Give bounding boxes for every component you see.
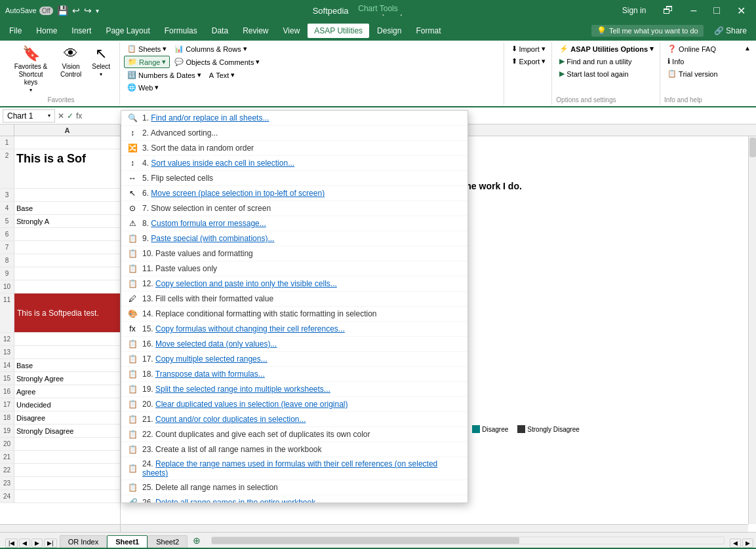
vision-control-button[interactable]: 👁 VisionControl [56, 43, 85, 81]
cell-8a[interactable] [14, 254, 120, 267]
columns-rows-button[interactable]: 📊 Columns & Rows ▾ [171, 43, 250, 54]
find-run-utility-button[interactable]: ▶ Find and run a utility [556, 56, 657, 67]
cell-20a[interactable] [14, 438, 120, 450]
menu-insert[interactable]: Insert [65, 24, 98, 38]
export-button[interactable]: ⬆ Export ▾ [508, 56, 549, 67]
dropdown-item[interactable]: 📋23. Create a list of all range names in… [121, 442, 468, 457]
dropdown-item[interactable]: ↖6. Move screen (place selection in top-… [121, 186, 468, 201]
close-button[interactable]: ✕ [732, 3, 751, 18]
cell-19a[interactable]: Strongly Disagree [14, 425, 120, 437]
tab-sheet2[interactable]: Sheet2 [148, 535, 188, 548]
cell-4a[interactable]: Base [14, 202, 120, 214]
autosave-toggle[interactable]: Off [39, 7, 53, 15]
cell-16a[interactable]: Agree [14, 385, 120, 398]
cell-3a[interactable] [14, 189, 120, 201]
save-icon[interactable]: 💾 [57, 5, 68, 16]
tab-scrollbar[interactable] [211, 537, 725, 544]
cell-17a[interactable]: Undecided [14, 398, 120, 411]
info-button[interactable]: ℹ Info [664, 56, 738, 67]
undo-icon[interactable]: ↩ [72, 5, 80, 16]
menu-data[interactable]: Data [205, 24, 235, 38]
dropdown-item[interactable]: fx15. Copy formulas without changing the… [121, 322, 468, 337]
cell-merged-text[interactable]: This is a Softpedia test. [14, 293, 120, 332]
dropdown-item[interactable]: 🖊13. Fill cells with their formatted val… [121, 292, 468, 307]
v-scrollbar[interactable] [748, 136, 756, 524]
cell-12a[interactable] [14, 333, 120, 345]
dropdown-item[interactable]: 📋9. Paste special (with combinations)... [121, 231, 468, 246]
maximize-button[interactable]: □ [708, 3, 725, 18]
dropdown-item[interactable]: 🎨14. Replace conditional formatting with… [121, 307, 468, 322]
chevron-up-icon[interactable]: ▲ [744, 45, 751, 52]
minimize-button[interactable]: – [685, 3, 702, 18]
menu-file[interactable]: File [3, 24, 28, 38]
tell-me-search[interactable]: 💡 Tell me what you want to do [591, 25, 704, 37]
online-faq-button[interactable]: ❓ Online FAQ [664, 43, 738, 54]
cell-15a[interactable]: Strongly Agree [14, 372, 120, 385]
restore-button[interactable]: 🗗 [658, 3, 679, 18]
h-scrollbar[interactable] [0, 524, 120, 532]
menu-format[interactable]: Format [409, 24, 447, 38]
cell-24a[interactable] [14, 490, 120, 502]
add-sheet-button[interactable]: ⊕ [188, 533, 206, 548]
tab-sheet1[interactable]: Sheet1 [107, 535, 148, 548]
dropdown-item[interactable]: ↕4. Sort values inside each cell in sele… [121, 156, 468, 171]
tab-first-button[interactable]: |◀ [5, 539, 18, 548]
dropdown-item[interactable]: 📋22. Count duplicates and give each set … [121, 427, 468, 442]
confirm-formula-icon[interactable]: ✓ [67, 111, 73, 121]
dropdown-item[interactable]: 📋25. Delete all range names in selection [121, 480, 468, 495]
numbers-dates-button[interactable]: 🔢 Numbers & Dates ▾ [124, 69, 205, 81]
dropdown-item[interactable]: 📋21. Count and/or color duplicates in se… [121, 412, 468, 427]
menu-review[interactable]: Review [236, 24, 275, 38]
tab-prev-button[interactable]: ◀ [19, 539, 30, 548]
signin-button[interactable]: Sign in [617, 5, 652, 16]
dropdown-item[interactable]: 📋10. Paste values and formatting [121, 246, 468, 261]
start-last-tool-button[interactable]: ▶ Start last tool again [556, 68, 657, 79]
cell-23a[interactable] [14, 477, 120, 489]
dropdown-item[interactable]: ↕2. Advanced sorting... [121, 126, 468, 141]
tab-or-index[interactable]: OR Index [60, 535, 107, 548]
dropdown-item[interactable]: 📋24. Replace the range names used in for… [121, 457, 468, 480]
close-formula-icon[interactable]: ✕ [58, 111, 64, 121]
tab-next-button[interactable]: ▶ [31, 539, 43, 548]
text-button[interactable]: A Text ▾ [206, 69, 239, 81]
cell-9a[interactable] [14, 267, 120, 280]
dropdown-item[interactable]: ↔5. Flip selected cells [121, 171, 468, 186]
dropdown-item[interactable]: 📋20. Clear duplicated values in selectio… [121, 397, 468, 412]
function-icon[interactable]: fx [76, 111, 82, 121]
tab-last-button[interactable]: ▶| [44, 539, 56, 548]
cell-21a[interactable] [14, 451, 120, 463]
sheets-button[interactable]: 📋 Sheets ▾ [124, 43, 170, 54]
ribbon-collapse-btn[interactable]: ▲ [742, 42, 753, 105]
dropdown-item[interactable]: 🔗26. Delete all range names in the entir… [121, 495, 468, 503]
dropdown-item[interactable]: 📋19. Split the selected range into multi… [121, 382, 468, 397]
select-button[interactable]: ↖ Select ▾ [88, 43, 114, 79]
dropdown-item[interactable]: 📋11. Paste values only [121, 261, 468, 276]
dropdown-item[interactable]: ⊙7. Show selection in center of screen [121, 201, 468, 216]
dropdown-item[interactable]: ⚠8. Custom formula error message... [121, 216, 468, 231]
dropdown-item[interactable]: 📋12. Copy selection and paste into only … [121, 276, 468, 292]
cell-7a[interactable] [14, 241, 120, 254]
cell-22a[interactable] [14, 464, 120, 476]
menu-page-layout[interactable]: Page Layout [99, 24, 156, 38]
menu-home[interactable]: Home [30, 24, 64, 38]
dropdown-item[interactable]: 🔍1. Find and/or replace in all sheets... [121, 111, 468, 126]
v-scrollbar-thumb[interactable] [749, 138, 756, 157]
dropdown-item[interactable]: 📋16. Move selected data (only values)... [121, 337, 468, 352]
favorites-shortcut-button[interactable]: 🔖 Favorites & Shortcut keys ▾ [8, 43, 54, 95]
share-button[interactable]: 🔗 Share [707, 24, 753, 37]
objects-comments-button[interactable]: 💬 Objects & Comments ▾ [171, 56, 263, 68]
menu-view[interactable]: View [277, 24, 307, 38]
dropdown-item[interactable]: 🔀3. Sort the data in random order [121, 141, 468, 156]
h-scrollbar-chart[interactable] [121, 524, 748, 532]
cell-18a[interactable]: Disagree [14, 411, 120, 424]
asap-options-button[interactable]: ⚡ ASAP Utilities Options ▾ [556, 43, 657, 54]
import-button[interactable]: ⬇ Import ▾ [508, 43, 549, 54]
menu-formulas[interactable]: Formulas [158, 24, 204, 38]
cell-5a[interactable]: Strongly A [14, 215, 120, 227]
cell-14a[interactable]: Base [14, 359, 120, 371]
range-button[interactable]: 📁 Range ▾ [124, 56, 170, 68]
menu-design[interactable]: Design [370, 24, 408, 38]
menu-asap-utilities[interactable]: ASAP Utilities [308, 24, 369, 38]
trial-version-button[interactable]: 📋 Trial version [664, 68, 738, 79]
cell-6a[interactable] [14, 228, 120, 240]
